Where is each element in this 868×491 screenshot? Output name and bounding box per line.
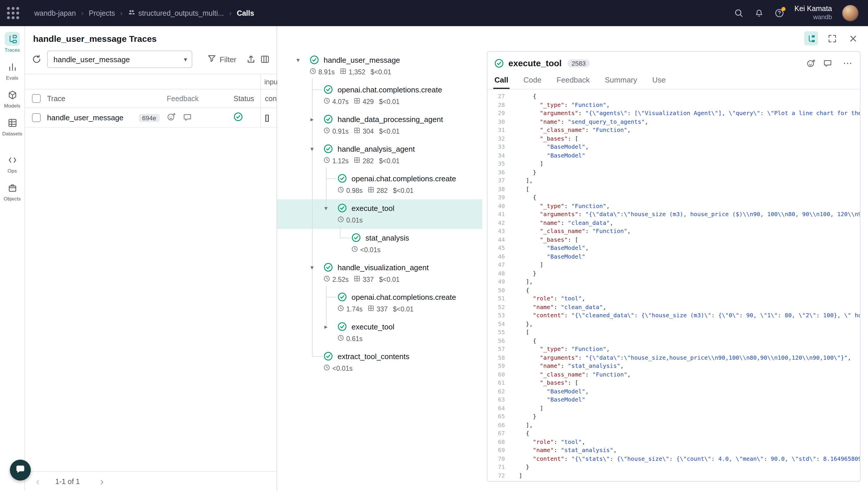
select-all-checkbox[interactable] <box>32 94 40 103</box>
chevron-down-icon: ▾ <box>184 56 187 63</box>
trace-tree-node[interactable]: ▸execute_tool0.61s <box>277 318 482 347</box>
tree-connector <box>326 297 336 297</box>
avatar[interactable] <box>842 5 859 22</box>
user-menu[interactable]: Kei Kamata wandb <box>795 5 832 21</box>
comment-icon[interactable] <box>823 59 832 67</box>
call-count-badge[interactable]: 2583 <box>567 59 590 67</box>
trace-tree-node[interactable]: openai.chat.completions.create4.07s429$<… <box>277 81 482 110</box>
duration-stat: <0.01s <box>352 246 381 253</box>
breadcrumb-project[interactable]: structured_outputs_multi... <box>128 8 224 18</box>
line-number: 72 <box>487 471 505 480</box>
sidebar-item-traces[interactable]: Traces <box>0 32 25 53</box>
trace-node-label: handle_visualization_agent <box>337 263 429 272</box>
refresh-button[interactable] <box>30 52 43 67</box>
manage-columns-button[interactable] <box>258 52 272 67</box>
sidebar-item-ops[interactable]: Ops <box>0 153 25 174</box>
trace-tree-node[interactable]: ▾handle_user_message8.91s1,352$<0.01 <box>277 51 482 81</box>
trace-node-stats: 0.98s282$<0.01 <box>321 185 482 196</box>
trace-tree-node[interactable]: ▾handle_analysis_agent1.12s282$<0.01 <box>277 140 482 170</box>
toggle-tree-view-button[interactable] <box>804 31 818 45</box>
sidebar-item-evals[interactable]: Evals <box>0 60 25 81</box>
breadcrumb-projects[interactable]: Projects <box>89 9 115 17</box>
next-page-button[interactable]: › <box>95 474 109 488</box>
chevron-right-icon[interactable]: ▸ <box>307 115 317 123</box>
cost-stat: $<0.01 <box>379 157 400 164</box>
trace-node-stats: <0.01s <box>307 363 482 374</box>
trace-node-label: openai.chat.completions.create <box>352 293 456 301</box>
trace-name[interactable]: handle_user_message <box>47 113 123 122</box>
code-line: 56 { <box>487 337 860 345</box>
column-header-status: Status <box>230 94 260 103</box>
tab-use[interactable]: Use <box>651 73 667 89</box>
table-row[interactable]: handle_user_message 694e [] <box>25 108 276 128</box>
search-icon[interactable] <box>734 8 744 18</box>
filter-funnel-icon <box>207 54 216 64</box>
comment-icon[interactable] <box>183 112 192 123</box>
evals-icon <box>5 60 20 74</box>
tab-call[interactable]: Call <box>493 73 510 89</box>
code-viewer[interactable]: 27 {28 "_type": "Function",29 "arguments… <box>487 89 860 481</box>
op-filter-dropdown[interactable]: handle_user_message ▾ <box>47 51 192 68</box>
code-line: 60 "_class_name": "Function", <box>487 370 860 379</box>
sidebar-item-label: Models <box>4 103 20 109</box>
wandb-logo[interactable] <box>7 7 19 19</box>
tab-summary[interactable]: Summary <box>604 73 638 89</box>
status-success-icon <box>324 144 333 153</box>
trace-tree-node[interactable]: ▾execute_tool0.01s <box>277 199 482 229</box>
tree-connector <box>326 286 327 326</box>
sidebar-item-objects[interactable]: Objects <box>0 181 25 202</box>
trace-tree-node[interactable]: ▾handle_visualization_agent2.52s337$<0.0… <box>277 259 482 288</box>
duration-stat-icon <box>324 97 330 105</box>
chevron-right-icon[interactable]: ▸ <box>321 323 331 330</box>
code-line: 65 } <box>487 412 860 421</box>
sidebar-item-models[interactable]: Models <box>0 88 25 109</box>
sidebar-item-label: Evals <box>6 75 19 81</box>
trace-tree-node[interactable]: openai.chat.completions.create0.98s282$<… <box>277 170 482 199</box>
trace-tree-node[interactable]: stat_analysis<0.01s <box>277 229 482 259</box>
sidebar-item-datasets[interactable]: Datasets <box>0 116 25 137</box>
line-number: 46 <box>487 253 505 261</box>
line-number: 48 <box>487 269 505 278</box>
code-line: 42 "name": "clean_data", <box>487 219 860 227</box>
notifications-bell-icon[interactable] <box>754 8 764 18</box>
duration-stat: 1.74s <box>337 305 363 313</box>
row-checkbox[interactable] <box>32 113 40 122</box>
trace-tree-node[interactable]: openai.chat.completions.create1.74s337$<… <box>277 288 482 318</box>
left-rail: Traces Evals Models Datasets Ops Objects <box>0 26 25 491</box>
line-number: 47 <box>487 261 505 269</box>
chevron-down-icon[interactable]: ▾ <box>293 56 303 64</box>
ops-icon <box>5 153 20 167</box>
chevron-down-icon[interactable]: ▾ <box>321 204 331 212</box>
tab-feedback[interactable]: Feedback <box>556 73 591 89</box>
export-button[interactable] <box>244 52 258 67</box>
fullscreen-button[interactable] <box>825 31 839 45</box>
cost-stat: $<0.01 <box>379 276 400 283</box>
add-emoji-icon[interactable] <box>167 112 176 123</box>
tab-code[interactable]: Code <box>522 73 543 89</box>
line-number: 37 <box>487 177 505 185</box>
cost-stat: $<0.01 <box>371 68 391 75</box>
filter-button[interactable]: Filter <box>202 51 242 68</box>
chat-fab-button[interactable] <box>10 460 31 481</box>
tokens-stat: 282 <box>354 157 373 165</box>
chevron-down-icon[interactable]: ▾ <box>307 145 317 152</box>
prev-page-button[interactable]: ‹ <box>31 474 45 488</box>
trace-tree-node[interactable]: ▸handle_data_processing_agent0.91s304$<0… <box>277 110 482 140</box>
help-icon[interactable] <box>774 8 785 18</box>
chevron-down-icon[interactable]: ▾ <box>307 263 317 271</box>
line-number: 49 <box>487 278 505 286</box>
status-success-icon <box>324 114 333 124</box>
breadcrumb-entity[interactable]: wandb-japan <box>34 9 76 17</box>
add-emoji-icon[interactable] <box>806 58 816 68</box>
traces-panel: handle_user_message Traces handle_user_m… <box>25 26 277 491</box>
line-number: 67 <box>487 429 505 438</box>
trace-tree-node[interactable]: extract_tool_contents<0.01s <box>277 347 482 377</box>
duration-stat-icon <box>337 216 344 224</box>
line-number: 61 <box>487 379 505 387</box>
close-panel-button[interactable] <box>846 31 860 45</box>
duration-stat: 0.98s <box>337 186 363 194</box>
overflow-menu-icon[interactable]: ⋯ <box>843 58 853 68</box>
navbar-actions: Kei Kamata wandb <box>734 5 859 22</box>
line-number: 42 <box>487 219 505 227</box>
column-header-feedback: Feedback <box>163 94 230 103</box>
